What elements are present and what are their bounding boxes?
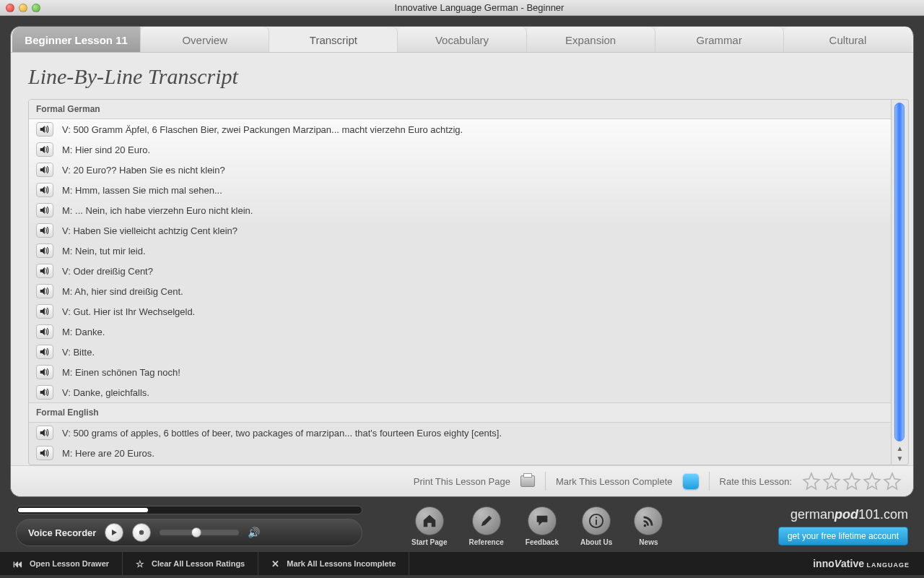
nav-label: Feedback <box>526 538 559 546</box>
voice-recorder-group: Voice Recorder 🔊 <box>16 506 362 546</box>
transcript-line-text: M: Ah, hier sind dreißig Cent. <box>62 286 183 297</box>
transcript-line: V: 500 Gramm Äpfel, 6 Flaschen Bier, zwe… <box>29 119 891 139</box>
transcript-line-text: M: Hmm, lassen Sie mich mal sehen... <box>62 185 222 196</box>
star-1[interactable] <box>802 472 821 491</box>
promo-cta-button[interactable]: get your free lifetime account <box>778 527 908 545</box>
nav-start-page[interactable]: Start Page <box>411 506 447 546</box>
pen-icon <box>472 506 501 535</box>
volume-slider[interactable] <box>160 530 239 535</box>
tab-vocabulary[interactable]: Vocabulary <box>398 27 526 52</box>
close-window-button[interactable] <box>6 4 14 12</box>
tab-cultural[interactable]: Cultural <box>784 27 912 52</box>
tab-transcript[interactable]: Transcript <box>269 27 398 52</box>
content-area: Line-By-Line Transcript Formal GermanV: … <box>11 53 913 465</box>
transcript-line: V: Oder dreißig Cent? <box>29 261 891 281</box>
star-2[interactable] <box>822 472 841 491</box>
play-line-audio-button[interactable] <box>36 304 53 319</box>
star-3[interactable] <box>842 472 861 491</box>
transcript-line-text: V: Oder dreißig Cent? <box>62 266 153 277</box>
action-bar: Print This Lesson Page Mark This Lesson … <box>11 465 913 496</box>
bottom-strip: ⏮ Open Lesson Drawer ☆ Clear All Lesson … <box>0 552 924 575</box>
brand-logo: innoVative LANGUAGE <box>798 558 924 569</box>
play-line-audio-button[interactable] <box>36 324 53 339</box>
zoom-window-button[interactable] <box>32 4 40 12</box>
transcript-line: M: Einen schönen Tag noch! <box>29 362 891 382</box>
tab-overview[interactable]: Overview <box>141 27 269 52</box>
scroll-up-arrow[interactable]: ▲ <box>892 444 908 454</box>
transcript-line: V: Gut. Hier ist Ihr Wechselgeld. <box>29 301 891 322</box>
play-line-audio-button[interactable] <box>36 243 53 258</box>
play-line-audio-button[interactable] <box>36 223 53 238</box>
window-title: Innovative Language German - Beginner <box>40 2 918 13</box>
footer-nav-buttons: Start PageReferenceFeedbackAbout UsNews <box>411 506 663 546</box>
nav-label: News <box>639 538 658 546</box>
audio-seek-bar[interactable] <box>16 506 362 514</box>
promo-block: germanpod101.com get your free lifetime … <box>778 507 908 545</box>
lesson-tabs: Beginner Lesson 11 Overview Transcript V… <box>11 27 913 53</box>
play-line-audio-button[interactable] <box>36 345 53 359</box>
nav-news[interactable]: News <box>634 506 663 546</box>
tab-expansion[interactable]: Expansion <box>527 27 655 52</box>
svg-point-0 <box>139 530 144 535</box>
clear-ratings-button[interactable]: ☆ Clear All Lesson Ratings <box>123 552 258 575</box>
section-header: Formal English <box>29 402 891 423</box>
tab-grammar[interactable]: Grammar <box>655 27 784 52</box>
rating-stars <box>802 472 902 491</box>
print-lesson-link[interactable]: Print This Lesson Page <box>414 476 510 487</box>
play-line-audio-button[interactable] <box>36 446 53 460</box>
speech-icon <box>528 506 557 535</box>
transcript-line: V: Bitte. <box>29 342 891 362</box>
transcript-line-text: M: Here are 20 Euros. <box>62 448 154 459</box>
transcript-line: V: 20 Euro?? Haben Sie es nicht klein? <box>29 160 891 180</box>
printer-icon[interactable] <box>520 475 535 487</box>
voice-recorder-label: Voice Recorder <box>28 527 96 538</box>
page-title: Line-By-Line Transcript <box>28 64 909 89</box>
volume-handle[interactable] <box>191 527 201 538</box>
transcript-line: M: Here are 20 Euros. <box>29 443 891 463</box>
play-line-audio-button[interactable] <box>36 426 53 440</box>
mark-incomplete-label: Mark All Lessons Incomplete <box>287 559 396 568</box>
svg-rect-2 <box>596 519 597 525</box>
mark-complete-checkbox[interactable] <box>683 473 699 489</box>
play-line-audio-button[interactable] <box>36 163 53 177</box>
transcript-line-text: M: Nein, tut mir leid. <box>62 246 146 256</box>
play-line-audio-button[interactable] <box>36 385 53 400</box>
star-outline-icon: ☆ <box>136 558 144 569</box>
transcript-line: V: 500 grams of apples, 6 bottles of bee… <box>29 423 891 443</box>
nav-reference[interactable]: Reference <box>468 506 503 546</box>
open-lesson-drawer-label: Open Lesson Drawer <box>30 559 109 568</box>
transcript-line-text: V: 500 Gramm Äpfel, 6 Flaschen Bier, zwe… <box>62 124 463 135</box>
mark-incomplete-button[interactable]: ✕ Mark All Lessons Incomplete <box>258 552 409 575</box>
star-5[interactable] <box>883 472 902 491</box>
transcript-line-text: V: Bitte. <box>62 347 95 358</box>
play-line-audio-button[interactable] <box>36 142 53 157</box>
play-line-audio-button[interactable] <box>36 203 53 217</box>
play-line-audio-button[interactable] <box>36 122 53 137</box>
mac-titlebar: Innovative Language German - Beginner <box>0 0 924 16</box>
scroll-down-arrow[interactable]: ▼ <box>892 454 908 465</box>
record-button[interactable] <box>132 523 151 542</box>
nav-label: Reference <box>468 538 503 546</box>
app-frame: Beginner Lesson 11 Overview Transcript V… <box>0 16 924 500</box>
rate-lesson-label: Rate this Lesson: <box>720 476 792 487</box>
transcript-body[interactable]: Formal GermanV: 500 Gramm Äpfel, 6 Flasc… <box>28 99 892 465</box>
play-line-audio-button[interactable] <box>36 284 53 298</box>
play-button[interactable] <box>105 523 123 542</box>
transcript-line-text: M: Danke. <box>62 327 105 337</box>
transcript-line: M: Danke. <box>29 322 891 342</box>
info-icon <box>582 506 611 535</box>
nav-about-us[interactable]: About Us <box>580 506 612 546</box>
open-lesson-drawer-button[interactable]: ⏮ Open Lesson Drawer <box>0 552 123 575</box>
vertical-scrollbar[interactable]: ▲ ▼ <box>892 99 909 465</box>
transcript-line-text: V: Danke, gleichfalls. <box>62 387 149 398</box>
svg-rect-3 <box>596 517 597 518</box>
play-line-audio-button[interactable] <box>36 183 53 197</box>
nav-feedback[interactable]: Feedback <box>526 506 559 546</box>
mark-complete-link[interactable]: Mark This Lesson Complete <box>556 476 673 487</box>
transcript-line-text: V: 500 grams of apples, 6 bottles of bee… <box>62 428 502 439</box>
minimize-window-button[interactable] <box>19 4 27 12</box>
play-line-audio-button[interactable] <box>36 264 53 278</box>
star-4[interactable] <box>863 472 881 491</box>
play-line-audio-button[interactable] <box>36 365 53 379</box>
scrollbar-thumb[interactable] <box>894 103 905 441</box>
